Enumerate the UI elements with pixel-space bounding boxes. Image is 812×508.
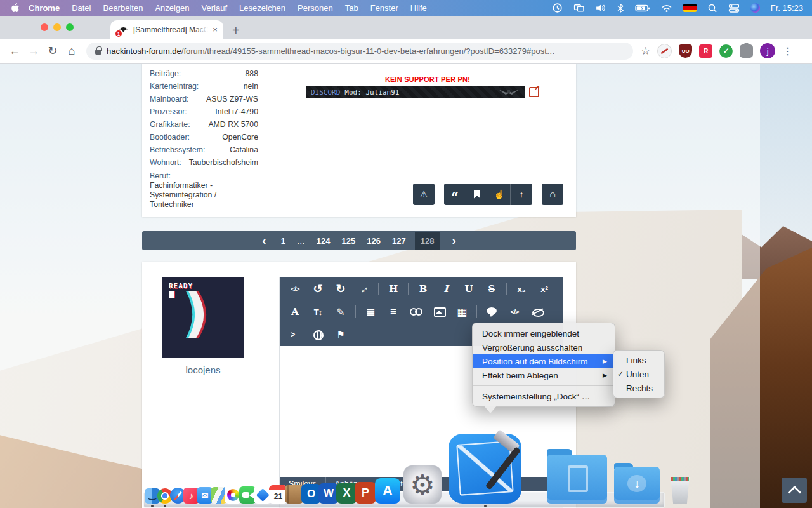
https-lock-icon[interactable] xyxy=(95,50,102,55)
volume-icon[interactable] xyxy=(595,3,606,13)
wifi-icon[interactable] xyxy=(661,4,672,13)
table-icon[interactable]: ▦ xyxy=(450,300,473,323)
menu-item-tab[interactable]: Tab xyxy=(345,3,358,13)
keyboard-layout-flag-de[interactable] xyxy=(683,4,697,12)
browser-home-button[interactable]: ⌂ xyxy=(62,44,81,58)
flag-icon[interactable]: ⚑ xyxy=(329,323,352,346)
reload-button[interactable]: ↻ xyxy=(43,44,62,58)
list-icon[interactable]: ≣ xyxy=(359,300,382,323)
menu-bar-clock[interactable]: Fr. 15:23 xyxy=(771,3,803,13)
external-link-icon[interactable] xyxy=(529,87,539,97)
dock-app-store-icon[interactable]: A xyxy=(375,478,400,504)
profile-avatar[interactable]: j xyxy=(760,43,775,58)
extensions-puzzle-icon[interactable] xyxy=(740,44,753,58)
menu-item-verlauf[interactable]: Verlauf xyxy=(202,3,227,13)
bold-icon[interactable]: B xyxy=(412,277,435,300)
control-toggles-icon[interactable] xyxy=(728,3,740,13)
forward-button[interactable]: → xyxy=(24,44,43,58)
pagination-next-button[interactable]: › xyxy=(452,232,455,249)
context-menu-item-effekt-beim-ablegen[interactable]: Effekt beim Ablegen▶ xyxy=(473,368,615,382)
bookmark-button[interactable] xyxy=(466,184,488,205)
align-icon[interactable]: ≡ xyxy=(382,300,405,323)
extension-antivirus-icon[interactable] xyxy=(719,44,733,58)
address-bar[interactable]: hackintosh-forum.de /forum/thread/49155-… xyxy=(86,43,633,60)
screen-mirroring-icon[interactable] xyxy=(573,3,584,13)
context-menu-item-position-auf-dem-bildschirm[interactable]: Position auf dem Bildschirm▶ xyxy=(473,354,615,368)
menu-item-bearbeiten[interactable]: Bearbeiten xyxy=(103,3,143,13)
home-button[interactable]: ⌂ xyxy=(542,184,563,205)
context-menu-item-vergrößerung-ausschalten[interactable]: Vergrößerung ausschalten xyxy=(473,340,615,354)
globe-icon[interactable] xyxy=(306,323,329,346)
quote-button[interactable]: “ xyxy=(444,184,466,205)
pagination-page-124[interactable]: 124 xyxy=(317,236,331,246)
brush-icon[interactable]: ✎ xyxy=(329,300,352,323)
menu-item-chrome[interactable]: Chrome xyxy=(29,3,60,13)
menu-item-datei[interactable]: Datei xyxy=(72,3,91,13)
menu-item-lesezeichen[interactable]: Lesezeichen xyxy=(239,3,285,13)
bookmark-star-icon[interactable]: ☆ xyxy=(641,44,650,58)
apple-logo-icon[interactable] xyxy=(10,3,20,13)
dock-powerpoint-icon[interactable]: P xyxy=(355,482,376,504)
back-button[interactable]: ← xyxy=(5,44,24,58)
submenu-item-unten[interactable]: ✓Unten xyxy=(613,367,664,381)
dock-folder-downloads-icon[interactable]: ↓ xyxy=(614,463,660,504)
menu-item-fenster[interactable]: Fenster xyxy=(370,3,398,13)
report-button[interactable]: ⚠ xyxy=(413,184,435,205)
code-icon[interactable]: </> xyxy=(503,300,526,323)
browser-tab[interactable]: 1 [Sammelthread] MacOS BigSur × xyxy=(110,20,223,39)
pagination-page-126[interactable]: 126 xyxy=(367,236,381,246)
signature-warning-text: KEIN SUPPORT PER PN! xyxy=(279,76,576,83)
italic-icon[interactable]: I xyxy=(435,277,457,300)
dock-folder-documents-icon[interactable] xyxy=(547,449,607,504)
pagination-page-1[interactable]: 1 xyxy=(281,236,285,246)
spoiler-eye-icon[interactable] xyxy=(526,300,549,323)
strikethrough-icon[interactable]: S xyxy=(480,277,503,300)
username-link[interactable]: locojens xyxy=(142,364,264,375)
user-avatar[interactable]: READY ) xyxy=(162,277,244,358)
profile-info-label: Karteneintrag: xyxy=(150,80,199,93)
undo-icon[interactable]: ↺ xyxy=(306,277,329,300)
context-menu-item-systemeinstellung-dock[interactable]: Systemeinstellung „Dock“ … xyxy=(473,389,615,403)
upvote-button[interactable]: ↑ xyxy=(510,184,532,205)
context-menu-item-dock-immer-eingeblendet[interactable]: Dock immer eingeblendet xyxy=(473,326,615,340)
spotlight-search-icon[interactable] xyxy=(707,3,717,13)
image-icon[interactable] xyxy=(428,300,450,323)
menu-item-anzeigen[interactable]: Anzeigen xyxy=(155,3,189,13)
window-minimize-button[interactable] xyxy=(53,23,61,31)
subscript-icon[interactable]: x₂ xyxy=(510,277,533,300)
submenu-item-links[interactable]: Links xyxy=(613,353,664,367)
underline-icon[interactable]: U xyxy=(457,277,480,300)
submenu-item-rechts[interactable]: Rechts xyxy=(613,381,664,395)
font-color-icon[interactable]: A xyxy=(284,300,306,323)
battery-icon[interactable] xyxy=(635,4,650,13)
pagination-page-128[interactable]: 128 xyxy=(415,232,440,250)
link-icon[interactable] xyxy=(405,300,428,323)
menu-item-personen[interactable]: Personen xyxy=(298,3,333,13)
scroll-to-top-button[interactable] xyxy=(782,478,807,503)
dock-system-preferences-icon[interactable]: ⚙ xyxy=(403,465,442,504)
menu-item-hilfe[interactable]: Hilfe xyxy=(410,3,427,13)
font-size-icon[interactable]: T↕ xyxy=(306,300,329,323)
like-button[interactable]: ☝ xyxy=(488,184,510,205)
siri-icon[interactable] xyxy=(750,3,760,13)
discord-banner[interactable]: DISCORD Mod: Julian91 xyxy=(306,86,525,98)
time-machine-icon[interactable] xyxy=(552,3,563,13)
source-icon[interactable]: </> xyxy=(284,277,306,300)
window-zoom-button[interactable] xyxy=(66,23,74,31)
pagination-page-125[interactable]: 125 xyxy=(342,236,356,246)
extension-r-icon[interactable]: R xyxy=(699,44,712,58)
comment-icon[interactable] xyxy=(480,300,503,323)
new-tab-button[interactable]: + xyxy=(232,24,240,37)
pagination-page-127[interactable]: 127 xyxy=(392,236,406,246)
browser-menu-icon[interactable]: ⋮ xyxy=(782,45,792,57)
extension-ublock-icon[interactable]: UO xyxy=(679,44,692,58)
pagination-prev-button[interactable]: ‹ xyxy=(262,232,266,249)
tab-close-icon[interactable]: × xyxy=(209,25,221,34)
terminal-icon[interactable]: >_ xyxy=(284,323,306,346)
bluetooth-icon[interactable] xyxy=(617,3,624,13)
superscript-icon[interactable]: x² xyxy=(533,277,556,300)
window-close-button[interactable] xyxy=(41,23,48,31)
dock-xcode-icon[interactable] xyxy=(449,434,521,504)
extension-clipper-icon[interactable] xyxy=(657,44,672,58)
heading-icon[interactable]: H xyxy=(382,277,405,300)
